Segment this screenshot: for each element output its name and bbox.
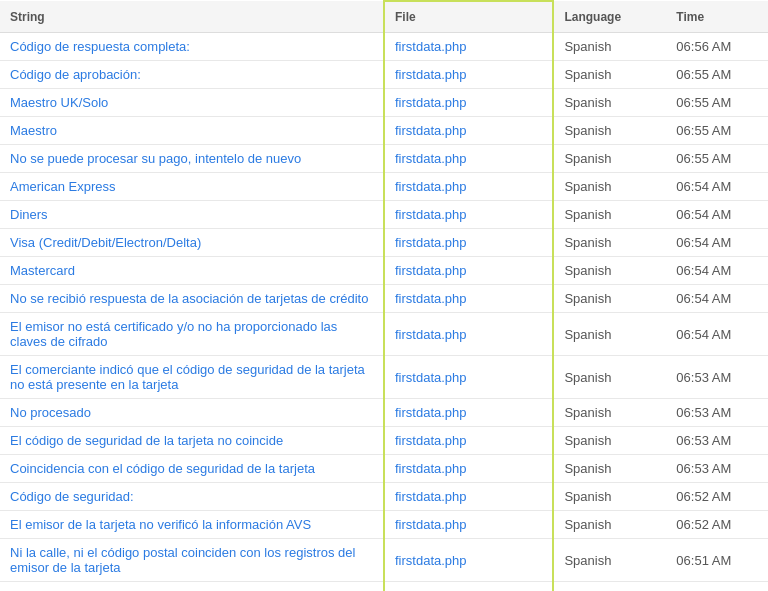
table-row: Dinersfirstdata.phpSpanish06:54 AM bbox=[0, 201, 768, 229]
table-row: Maestro UK/Solofirstdata.phpSpanish06:55… bbox=[0, 89, 768, 117]
time-cell: 06:53 AM bbox=[666, 427, 768, 455]
file-cell[interactable]: firstdata.php bbox=[384, 257, 553, 285]
string-cell[interactable]: No se recibió respuesta de la asociación… bbox=[0, 285, 384, 313]
string-cell[interactable]: Código de aprobación: bbox=[0, 61, 384, 89]
time-cell: 06:54 AM bbox=[666, 173, 768, 201]
language-cell: Spanish bbox=[553, 356, 666, 399]
main-table-container: String File Language Time Código de resp… bbox=[0, 0, 768, 591]
string-cell[interactable]: El comerciante indicó que el código de s… bbox=[0, 356, 384, 399]
time-cell: 06:53 AM bbox=[666, 399, 768, 427]
translations-table: String File Language Time Código de resp… bbox=[0, 0, 768, 591]
string-cell[interactable]: Maestro UK/Solo bbox=[0, 89, 384, 117]
string-cell[interactable]: Coincidencia con el código de seguridad … bbox=[0, 455, 384, 483]
file-cell[interactable]: firstdata.php bbox=[384, 483, 553, 511]
file-cell[interactable]: firstdata.php bbox=[384, 511, 553, 539]
file-cell[interactable]: firstdata.php bbox=[384, 539, 553, 582]
file-cell[interactable]: firstdata.php bbox=[384, 399, 553, 427]
language-cell: Spanish bbox=[553, 483, 666, 511]
language-cell: Spanish bbox=[553, 229, 666, 257]
table-row: Código de aprobación:firstdata.phpSpanis… bbox=[0, 61, 768, 89]
time-cell: 06:53 AM bbox=[666, 356, 768, 399]
table-row: Ni la calle, ni el código postal coincid… bbox=[0, 539, 768, 582]
file-cell[interactable]: firstdata.php bbox=[384, 61, 553, 89]
time-cell: 06:51 AM bbox=[666, 539, 768, 582]
string-cell[interactable]: Código de seguridad: bbox=[0, 483, 384, 511]
col-header-language: Language bbox=[553, 1, 666, 33]
table-row: Visa (Credit/Debit/Electron/Delta)firstd… bbox=[0, 229, 768, 257]
language-cell: Spanish bbox=[553, 61, 666, 89]
file-cell[interactable]: firstdata.php bbox=[384, 582, 553, 592]
string-cell[interactable]: El emisor de la tarjeta confirmó que el … bbox=[0, 582, 384, 592]
time-cell: 06:54 AM bbox=[666, 313, 768, 356]
table-row: No se puede procesar su pago, intentelo … bbox=[0, 145, 768, 173]
string-cell[interactable]: Diners bbox=[0, 201, 384, 229]
time-cell: 06:55 AM bbox=[666, 145, 768, 173]
time-cell: 06:51 AM bbox=[666, 582, 768, 592]
file-cell[interactable]: firstdata.php bbox=[384, 201, 553, 229]
table-row: American Expressfirstdata.phpSpanish06:5… bbox=[0, 173, 768, 201]
language-cell: Spanish bbox=[553, 173, 666, 201]
table-row: Código de respuesta completa:firstdata.p… bbox=[0, 33, 768, 61]
string-cell[interactable]: El emisor no está certificado y/o no ha … bbox=[0, 313, 384, 356]
file-cell[interactable]: firstdata.php bbox=[384, 229, 553, 257]
language-cell: Spanish bbox=[553, 117, 666, 145]
string-cell[interactable]: Mastercard bbox=[0, 257, 384, 285]
language-cell: Spanish bbox=[553, 539, 666, 582]
language-cell: Spanish bbox=[553, 201, 666, 229]
table-row: El emisor no está certificado y/o no ha … bbox=[0, 313, 768, 356]
table-row: El comerciante indicó que el código de s… bbox=[0, 356, 768, 399]
language-cell: Spanish bbox=[553, 257, 666, 285]
col-header-string: String bbox=[0, 1, 384, 33]
file-cell[interactable]: firstdata.php bbox=[384, 356, 553, 399]
language-cell: Spanish bbox=[553, 582, 666, 592]
time-cell: 06:54 AM bbox=[666, 229, 768, 257]
string-cell[interactable]: No se puede procesar su pago, intentelo … bbox=[0, 145, 384, 173]
table-row: Código de seguridad:firstdata.phpSpanish… bbox=[0, 483, 768, 511]
file-cell[interactable]: firstdata.php bbox=[384, 313, 553, 356]
string-cell[interactable]: Maestro bbox=[0, 117, 384, 145]
time-cell: 06:55 AM bbox=[666, 89, 768, 117]
language-cell: Spanish bbox=[553, 427, 666, 455]
table-row: El emisor de la tarjeta confirmó que el … bbox=[0, 582, 768, 592]
language-cell: Spanish bbox=[553, 145, 666, 173]
table-row: Mastercardfirstdata.phpSpanish06:54 AM bbox=[0, 257, 768, 285]
time-cell: 06:53 AM bbox=[666, 455, 768, 483]
table-row: No se recibió respuesta de la asociación… bbox=[0, 285, 768, 313]
language-cell: Spanish bbox=[553, 33, 666, 61]
language-cell: Spanish bbox=[553, 89, 666, 117]
string-cell[interactable]: El código de seguridad de la tarjeta no … bbox=[0, 427, 384, 455]
time-cell: 06:54 AM bbox=[666, 201, 768, 229]
time-cell: 06:55 AM bbox=[666, 61, 768, 89]
table-row: No procesadofirstdata.phpSpanish06:53 AM bbox=[0, 399, 768, 427]
file-cell[interactable]: firstdata.php bbox=[384, 89, 553, 117]
language-cell: Spanish bbox=[553, 313, 666, 356]
file-cell[interactable]: firstdata.php bbox=[384, 285, 553, 313]
file-cell[interactable]: firstdata.php bbox=[384, 33, 553, 61]
time-cell: 06:52 AM bbox=[666, 511, 768, 539]
table-row: El emisor de la tarjeta no verificó la i… bbox=[0, 511, 768, 539]
language-cell: Spanish bbox=[553, 511, 666, 539]
file-cell[interactable]: firstdata.php bbox=[384, 455, 553, 483]
file-cell[interactable]: firstdata.php bbox=[384, 145, 553, 173]
table-row: El código de seguridad de la tarjeta no … bbox=[0, 427, 768, 455]
time-cell: 06:56 AM bbox=[666, 33, 768, 61]
col-header-file: File bbox=[384, 1, 553, 33]
string-cell[interactable]: Ni la calle, ni el código postal coincid… bbox=[0, 539, 384, 582]
string-cell[interactable]: No procesado bbox=[0, 399, 384, 427]
language-cell: Spanish bbox=[553, 455, 666, 483]
language-cell: Spanish bbox=[553, 399, 666, 427]
table-row: Coincidencia con el código de seguridad … bbox=[0, 455, 768, 483]
string-cell[interactable]: American Express bbox=[0, 173, 384, 201]
string-cell[interactable]: El emisor de la tarjeta no verificó la i… bbox=[0, 511, 384, 539]
file-cell[interactable]: firstdata.php bbox=[384, 173, 553, 201]
string-cell[interactable]: Código de respuesta completa: bbox=[0, 33, 384, 61]
file-cell[interactable]: firstdata.php bbox=[384, 117, 553, 145]
time-cell: 06:54 AM bbox=[666, 285, 768, 313]
time-cell: 06:55 AM bbox=[666, 117, 768, 145]
time-cell: 06:52 AM bbox=[666, 483, 768, 511]
table-row: Maestrofirstdata.phpSpanish06:55 AM bbox=[0, 117, 768, 145]
file-cell[interactable]: firstdata.php bbox=[384, 427, 553, 455]
string-cell[interactable]: Visa (Credit/Debit/Electron/Delta) bbox=[0, 229, 384, 257]
col-header-time: Time bbox=[666, 1, 768, 33]
time-cell: 06:54 AM bbox=[666, 257, 768, 285]
